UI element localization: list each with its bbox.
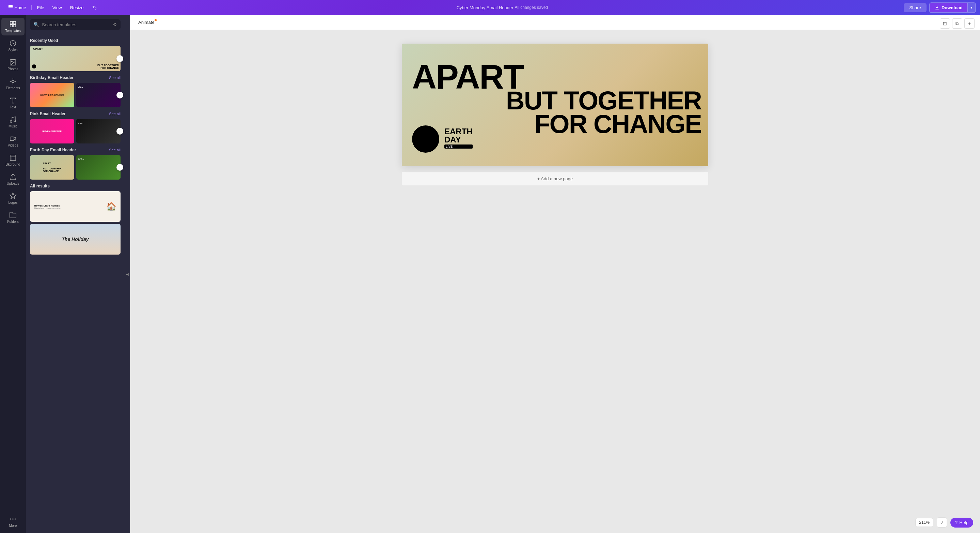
canvas-toolbar: Animate	[130, 15, 980, 30]
search-icon: 🔍	[33, 22, 39, 27]
canvas-design[interactable]: APART BUT TOGETHER FOR CHANGE EARTH DAY …	[402, 44, 708, 166]
earth-template-thumb-1[interactable]: APARTBUT TOGETHERFOR CHANGE	[30, 155, 74, 180]
folders-icon	[9, 211, 17, 219]
design-text-together: BUT TOGETHER FOR CHANGE	[506, 89, 702, 136]
svg-point-9	[14, 120, 16, 122]
search-box: 🔍 ⚙	[30, 19, 121, 30]
birthday-template-thumb-1[interactable]: HAPPY BIRTHDAY, MIA!	[30, 83, 74, 107]
nav-right-actions: Share Download ▾	[904, 2, 976, 13]
logos-icon	[9, 192, 17, 200]
panel-hide-toggle[interactable]: ◀	[125, 15, 130, 533]
download-group: Download ▾	[929, 2, 976, 13]
sidebar-item-text[interactable]: Text	[2, 94, 24, 112]
earth-section-header: Earth Day Email Header See all	[30, 148, 121, 152]
svg-point-13	[14, 519, 16, 520]
pink-template-thumb-1[interactable]: I HAVE A SURPRISE!	[30, 119, 74, 144]
sidebar-label-templates: Templates	[5, 29, 21, 33]
design-logo-line1: EARTH	[444, 128, 473, 136]
sidebar-item-videos[interactable]: Videos	[2, 132, 24, 150]
styles-icon	[9, 40, 17, 47]
birthday-next-button[interactable]: ›	[116, 92, 123, 99]
text-icon	[9, 97, 17, 104]
sidebar-label-elements: Elements	[6, 86, 20, 90]
search-input[interactable]	[42, 22, 110, 27]
holiday-text: The Holiday	[62, 236, 89, 242]
svg-rect-3	[13, 24, 16, 27]
filter-icon[interactable]: ⚙	[113, 22, 117, 27]
results-grid: Hewes Little Homes This is how homes are…	[30, 191, 121, 255]
design-black-circle	[412, 125, 439, 153]
svg-point-6	[11, 61, 12, 62]
result-thumb-holiday[interactable]: The Holiday	[30, 224, 121, 255]
earth-section-title: Earth Day Email Header	[30, 148, 76, 152]
bottom-bar: 211% ⤢ ? Help	[915, 517, 973, 528]
birthday-see-all[interactable]: See all	[109, 76, 121, 80]
templates-icon	[9, 21, 17, 28]
sidebar-label-folders: Folders	[7, 220, 18, 223]
result-thumb-homes[interactable]: Hewes Little Homes This is how homes are…	[30, 191, 121, 222]
panel-content: Recently Used APART BUT TOGETHERFOR CHAN…	[26, 34, 125, 533]
design-logo-line2: DAY	[444, 136, 473, 144]
svg-rect-0	[10, 21, 13, 24]
birthday-template-thumb-2[interactable]: CE...	[76, 83, 121, 107]
download-options-button[interactable]: ▾	[967, 3, 975, 12]
sidebar-item-elements[interactable]: Elements	[2, 75, 24, 93]
view-menu-button[interactable]: View	[48, 3, 66, 12]
videos-icon	[9, 135, 17, 142]
undo-button[interactable]	[88, 3, 101, 12]
design-logo-badge: LIVE	[444, 145, 473, 148]
recently-used-thumb[interactable]: APART BUT TOGETHERFOR CHANGE	[30, 46, 121, 71]
fullscreen-button[interactable]: ⤢	[937, 517, 947, 528]
pink-see-all[interactable]: See all	[109, 112, 121, 116]
sidebar-label-logos: Logos	[8, 201, 18, 204]
svg-point-11	[10, 519, 11, 520]
design-text-line1: BUT TOGETHER	[506, 89, 702, 112]
elements-icon	[9, 78, 17, 85]
sidebar-label-photos: Photos	[8, 67, 18, 71]
icon-sidebar: Templates Styles Photos Elements Text Mu…	[0, 15, 26, 533]
homes-title: Hewes Little Homes	[34, 204, 60, 207]
help-button[interactable]: ? Help	[950, 518, 973, 528]
sidebar-label-music: Music	[8, 124, 18, 128]
birthday-section-title: Birthday Email Header	[30, 75, 73, 80]
ru-circle	[32, 64, 36, 69]
pink-thumb-text: I HAVE A SURPRISE!	[42, 130, 62, 132]
earth-see-all[interactable]: See all	[109, 148, 121, 152]
photos-icon	[9, 59, 17, 66]
sidebar-item-styles[interactable]: Styles	[2, 37, 24, 54]
pink-template-row: I HAVE A SURPRISE! OU... ›	[30, 119, 121, 144]
separator: |	[31, 5, 32, 11]
canvas-scroll[interactable]: ⊡ ⧉ + APART BUT TOGETHER FOR CHANGE EART…	[130, 30, 980, 533]
resize-menu-button[interactable]: Resize	[66, 3, 88, 12]
pink-section-title: Pink Email Header	[30, 112, 66, 116]
sidebar-item-templates[interactable]: Templates	[2, 18, 24, 35]
sidebar-item-folders[interactable]: Folders	[2, 209, 24, 226]
share-button[interactable]: Share	[904, 3, 926, 12]
sidebar-item-photos[interactable]: Photos	[2, 56, 24, 73]
file-menu-button[interactable]: File	[33, 3, 48, 12]
earth-next-button[interactable]: ›	[116, 164, 123, 171]
download-button[interactable]: Download	[930, 3, 967, 12]
nav-center: Cyber Monday Email Header All changes sa…	[101, 5, 904, 10]
earth-template-row: APARTBUT TOGETHERFOR CHANGE GR... ›	[30, 155, 121, 180]
sidebar-item-logos[interactable]: Logos	[2, 190, 24, 207]
save-status: All changes saved	[515, 5, 548, 10]
zoom-level-display[interactable]: 211%	[915, 518, 933, 527]
animate-button[interactable]: Animate	[135, 18, 158, 26]
sidebar-label-videos: Videos	[8, 144, 18, 147]
sidebar-item-music[interactable]: Music	[2, 113, 24, 131]
svg-point-7	[11, 80, 14, 83]
sidebar-item-background[interactable]: Bkground	[2, 151, 24, 169]
earth-template-thumb-2[interactable]: GR...	[76, 155, 121, 180]
sidebar-item-uploads[interactable]: Uploads	[2, 171, 24, 188]
home-button[interactable]: Home	[4, 3, 30, 12]
pink-template-thumb-2[interactable]: OU...	[76, 119, 121, 144]
svg-point-12	[12, 519, 14, 520]
pink-section-header: Pink Email Header See all	[30, 112, 121, 116]
add-new-page-button[interactable]: + Add a new page	[402, 172, 708, 185]
background-icon	[9, 154, 17, 161]
birthday-template-row: HAPPY BIRTHDAY, MIA! CE... ›	[30, 83, 121, 107]
recently-used-next-button[interactable]: ›	[116, 55, 123, 62]
pink-next-button[interactable]: ›	[116, 128, 123, 135]
sidebar-item-more[interactable]: More	[2, 512, 24, 530]
